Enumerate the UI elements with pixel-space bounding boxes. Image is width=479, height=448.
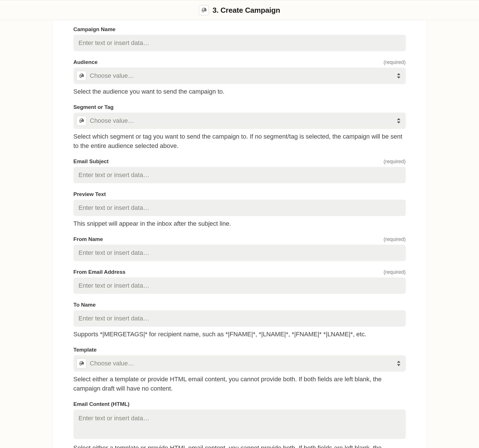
mailchimp-icon [76, 358, 87, 369]
field-from-email: From Email Address (required) [74, 269, 406, 294]
to-name-label: To Name [74, 302, 96, 308]
mailchimp-icon [76, 116, 87, 126]
email-subject-label: Email Subject [74, 158, 109, 165]
segment-select-placeholder: Choose value… [90, 117, 134, 124]
audience-select-placeholder: Choose value… [90, 72, 134, 79]
audience-select[interactable]: Choose value… [74, 68, 406, 84]
svg-point-14 [82, 363, 82, 363]
step-title: 3. Create Campaign [212, 6, 280, 15]
form-card: Campaign Name Audience (required) Choose… [52, 20, 427, 448]
audience-helper: Select the audience you want to send the… [74, 87, 406, 96]
email-content-label: Email Content (HTML) [74, 401, 130, 407]
svg-point-11 [83, 120, 83, 120]
svg-point-0 [202, 10, 204, 12]
field-campaign-name: Campaign Name [74, 26, 406, 51]
field-email-subject: Email Subject (required) [74, 158, 406, 183]
segment-helper: Select which segment or tag you want to … [74, 132, 406, 150]
svg-point-10 [82, 120, 82, 120]
from-name-input[interactable] [74, 245, 406, 261]
template-select[interactable]: Choose value… [74, 355, 406, 372]
preview-text-input[interactable] [74, 200, 406, 216]
field-from-name: From Name (required) [74, 236, 406, 261]
field-to-name: To Name Supports *|MERGETAGS|* for recip… [74, 302, 406, 339]
from-email-input[interactable] [74, 277, 406, 294]
chevron-up-down-icon [397, 118, 401, 124]
template-helper: Select either a template or provide HTML… [74, 374, 406, 393]
campaign-name-input[interactable] [74, 35, 406, 51]
chevron-up-down-icon [397, 73, 401, 79]
email-subject-required: (required) [383, 159, 405, 165]
template-label: Template [74, 347, 97, 353]
field-email-content: Email Content (HTML) Select either a tem… [74, 401, 406, 448]
preview-text-label: Preview Text [74, 191, 106, 197]
from-name-required: (required) [383, 236, 405, 242]
from-email-label: From Email Address [74, 269, 126, 275]
email-content-helper: Select either a template or provide HTML… [74, 443, 406, 448]
svg-point-6 [82, 75, 82, 76]
step-header: 3. Create Campaign [0, 1, 479, 20]
preview-text-helper: This snippet will appear in the inbox af… [74, 219, 406, 228]
svg-point-3 [205, 10, 206, 10]
svg-point-4 [80, 76, 81, 77]
svg-point-2 [205, 10, 205, 10]
campaign-name-label: Campaign Name [74, 26, 116, 33]
field-template: Template Choose value… Select either a t… [74, 347, 406, 393]
segment-select[interactable]: Choose value… [74, 113, 406, 129]
segment-label: Segment or Tag [74, 104, 114, 110]
mailchimp-icon [76, 71, 87, 81]
audience-required: (required) [383, 59, 405, 65]
to-name-helper: Supports *|MERGETAGS|* for recipient nam… [74, 329, 406, 339]
svg-point-15 [83, 363, 83, 363]
to-name-input[interactable] [74, 310, 406, 327]
svg-point-12 [80, 363, 81, 365]
svg-point-7 [83, 75, 83, 76]
template-select-placeholder: Choose value… [90, 360, 134, 367]
email-subject-input[interactable] [74, 167, 406, 183]
svg-point-8 [80, 121, 81, 122]
from-name-label: From Name [74, 236, 103, 242]
field-audience: Audience (required) Choose value… Select… [74, 59, 406, 96]
mailchimp-icon [199, 5, 209, 15]
from-email-required: (required) [383, 269, 405, 275]
audience-label: Audience [74, 59, 98, 65]
field-segment: Segment or Tag Choose value… Select whic… [74, 104, 406, 150]
field-preview-text: Preview Text This snippet will appear in… [74, 191, 406, 228]
email-content-textarea[interactable] [74, 410, 406, 439]
chevron-up-down-icon [397, 360, 401, 367]
